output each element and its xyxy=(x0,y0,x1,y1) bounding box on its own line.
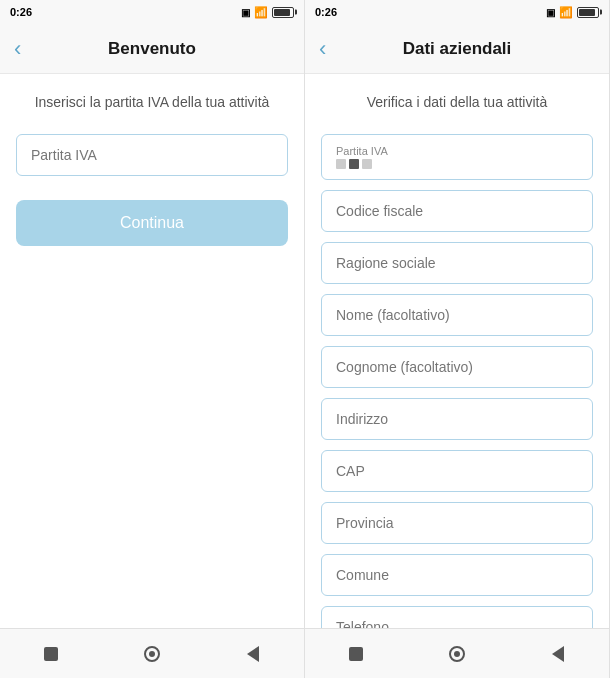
battery-icon-r xyxy=(577,7,599,18)
sq-3 xyxy=(362,159,372,169)
ragione-sociale-input[interactable] xyxy=(321,242,593,284)
square-icon xyxy=(44,647,58,661)
continua-button[interactable]: Continua xyxy=(16,200,288,246)
left-home-button[interactable] xyxy=(33,636,69,672)
wifi-icon-r: 📶 xyxy=(559,6,573,19)
battery-icon xyxy=(272,7,294,18)
screen-record-icon-r: ▣ xyxy=(546,7,555,18)
sq-2 xyxy=(349,159,359,169)
right-subtitle: Verifica i dati della tua attività xyxy=(321,94,593,110)
left-bottom-nav xyxy=(0,628,304,678)
partita-iva-display: Partita IVA xyxy=(321,134,593,180)
left-screen: 0:26 ▣ 📶 ‹ Benvenuto Inserisci la partit… xyxy=(0,0,305,678)
right-time: 0:26 xyxy=(315,6,337,18)
right-nav-bar: ‹ Dati aziendali xyxy=(305,24,609,74)
cognome-input[interactable] xyxy=(321,346,593,388)
wifi-icon: 📶 xyxy=(254,6,268,19)
comune-input[interactable] xyxy=(321,554,593,596)
right-content: Verifica i dati della tua attività Parti… xyxy=(305,74,609,628)
left-status-icons: ▣ 📶 xyxy=(241,6,294,19)
left-nav-bar: ‹ Benvenuto xyxy=(0,24,304,74)
right-screen: 0:26 ▣ 📶 ‹ Dati aziendali Verifica i dat… xyxy=(305,0,610,678)
screen-record-icon: ▣ xyxy=(241,7,250,18)
back-triangle-icon xyxy=(247,646,259,662)
right-bottom-nav xyxy=(305,628,609,678)
left-time: 0:26 xyxy=(10,6,32,18)
partita-iva-input[interactable] xyxy=(16,134,288,176)
telefono-input[interactable] xyxy=(321,606,593,628)
sq-1 xyxy=(336,159,346,169)
right-back-nav-button[interactable] xyxy=(540,636,576,672)
right-nav-title: Dati aziendali xyxy=(403,39,512,59)
right-circle-button[interactable] xyxy=(439,636,475,672)
right-home-button[interactable] xyxy=(338,636,374,672)
indirizzo-input[interactable] xyxy=(321,398,593,440)
left-subtitle: Inserisci la partita IVA della tua attiv… xyxy=(16,94,288,110)
back-triangle-icon-r xyxy=(552,646,564,662)
left-back-nav-button[interactable] xyxy=(235,636,271,672)
left-back-button[interactable]: ‹ xyxy=(14,36,21,62)
provincia-input[interactable] xyxy=(321,502,593,544)
right-status-bar: 0:26 ▣ 📶 xyxy=(305,0,609,24)
left-nav-title: Benvenuto xyxy=(108,39,196,59)
cap-input[interactable] xyxy=(321,450,593,492)
left-content: Inserisci la partita IVA della tua attiv… xyxy=(0,74,304,628)
square-icon-r xyxy=(349,647,363,661)
partita-iva-squares xyxy=(336,159,578,169)
left-status-bar: 0:26 ▣ 📶 xyxy=(0,0,304,24)
right-status-icons: ▣ 📶 xyxy=(546,6,599,19)
circle-icon xyxy=(144,646,160,662)
partita-iva-label: Partita IVA xyxy=(336,145,578,157)
left-circle-button[interactable] xyxy=(134,636,170,672)
circle-icon-r xyxy=(449,646,465,662)
codice-fiscale-input[interactable] xyxy=(321,190,593,232)
nome-input[interactable] xyxy=(321,294,593,336)
right-back-button[interactable]: ‹ xyxy=(319,36,326,62)
